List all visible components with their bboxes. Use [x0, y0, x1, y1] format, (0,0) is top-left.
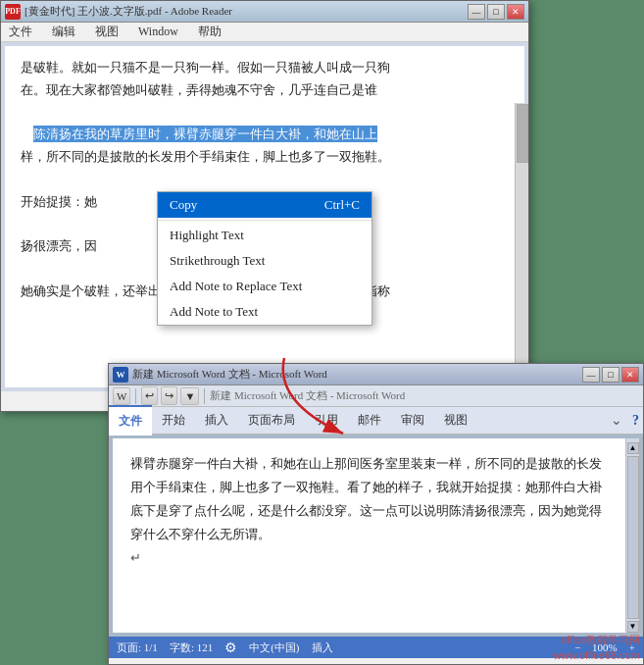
add-note-replace-label: Add Note to Replace Text — [170, 279, 302, 294]
word-scroll-down[interactable]: ▼ — [627, 621, 639, 633]
context-menu-copy[interactable]: Copy Ctrl+C — [158, 192, 372, 218]
pdf-line-5: 样，所不同的是披散的长发用个手绢束住，脚上也多了一双拖鞋。 — [21, 147, 509, 168]
pdf-line-6 — [21, 170, 509, 190]
pdf-line-1: 是破鞋。就如一只猫不是一只狗一样。假如一只猫被人叫成一只狗 — [21, 58, 509, 78]
word-redo-btn[interactable]: ↪ — [161, 386, 177, 405]
word-dropdown-btn[interactable]: ▼ — [180, 387, 199, 405]
pdf-icon: PDF — [5, 4, 21, 20]
ribbon-collapse-btn[interactable]: ⌄ — [605, 412, 628, 429]
copy-label: Copy — [170, 197, 197, 213]
word-minimize-btn[interactable]: — — [582, 367, 600, 383]
word-window-controls: — □ ✕ — [582, 367, 639, 383]
word-icon: W — [113, 367, 128, 383]
strikethrough-label: Strikethrough Text — [170, 253, 265, 269]
reader-close-btn[interactable]: ✕ — [507, 4, 524, 20]
toolbar-sep-2 — [204, 388, 205, 404]
status-page-label: 页面: 1/1 — [117, 640, 158, 655]
watermark-line1: office教程学习网 — [554, 633, 640, 647]
status-lang: 中文(中国) — [249, 640, 299, 655]
word-maximize-btn[interactable]: □ — [602, 367, 619, 383]
word-page[interactable]: 裸臂赤腿穿一件白大褂，和她在山上那间医务室里装束一样，所不同的是披散的长发用个手… — [113, 438, 625, 633]
status-words: 字数: 121 — [170, 640, 213, 655]
status-lang-label: 中文(中国) — [249, 640, 299, 655]
word-undo-btn[interactable]: ↩ — [141, 386, 158, 405]
reader-scrollbar[interactable] — [515, 103, 528, 391]
pdf-line-2: 在。现在大家都管她叫破鞋，弄得她魂不守舍，几乎连自己是谁 — [21, 80, 509, 101]
word-file-btn[interactable]: W — [113, 387, 130, 405]
word-content-area: 裸臂赤腿穿一件白大褂，和她在山上那间医务室里装束一样，所不同的是披散的长发用个手… — [109, 435, 643, 637]
status-mode: 插入 — [312, 640, 333, 655]
context-menu: Copy Ctrl+C Highlight Text Strikethrough… — [157, 191, 372, 326]
ribbon-tab-view[interactable]: 视图 — [434, 406, 477, 435]
menu-edit[interactable]: 编辑 — [48, 22, 79, 42]
highlight-label: Highlight Text — [170, 228, 244, 243]
context-menu-add-note-replace[interactable]: Add Note to Replace Text — [158, 274, 372, 299]
word-scroll-up[interactable]: ▲ — [627, 442, 639, 454]
add-note-label: Add Note to Text — [170, 304, 258, 320]
status-spellcheck-icon[interactable]: ⚙ — [224, 639, 237, 656]
reader-minimize-btn[interactable]: — — [468, 4, 485, 20]
word-close-btn[interactable]: ✕ — [621, 367, 639, 383]
reader-title: [黄金时代] 王小波.文字版.pdf - Adobe Reader — [25, 4, 468, 19]
word-help-btn[interactable]: ? — [628, 413, 643, 429]
context-menu-sep-1 — [158, 220, 372, 221]
word-content: 裸臂赤腿穿一件白大褂，和她在山上那间医务室里装束一样，所不同的是披散的长发用个手… — [130, 452, 608, 546]
word-scroll-track[interactable] — [627, 456, 639, 619]
ribbon-tab-start[interactable]: 开始 — [152, 406, 195, 435]
ribbon-tab-file[interactable]: 文件 — [109, 405, 152, 435]
ribbon-tab-review[interactable]: 审阅 — [391, 406, 434, 435]
reader-titlebar: PDF [黄金时代] 王小波.文字版.pdf - Adobe Reader — … — [1, 1, 528, 23]
status-words-label: 字数: 121 — [170, 640, 213, 655]
word-sidebar-scrollbar: ▲ ▼ — [625, 438, 639, 633]
ribbon-tab-insert[interactable]: 插入 — [195, 406, 238, 435]
menu-view[interactable]: 视图 — [91, 22, 123, 42]
reader-scrollbar-thumb[interactable] — [517, 104, 528, 163]
menu-help[interactable]: 帮助 — [194, 22, 225, 42]
word-cursor: ↵ — [130, 550, 141, 565]
highlighted-text: 陈清扬在我的草房里时，裸臂赤腿穿一件白大褂，和她在山上 — [33, 126, 377, 142]
context-menu-add-note[interactable]: Add Note to Text — [158, 299, 372, 325]
menu-window[interactable]: Window — [134, 23, 182, 41]
status-mode-label: 插入 — [312, 640, 333, 655]
status-page: 页面: 1/1 — [117, 640, 158, 655]
context-menu-strikethrough[interactable]: Strikethrough Text — [158, 248, 372, 274]
copy-shortcut: Ctrl+C — [324, 197, 360, 213]
pdf-line-3 — [21, 103, 509, 124]
pdf-line-4: 陈清扬在我的草房里时，裸臂赤腿穿一件白大褂，和她在山上 — [21, 125, 509, 145]
reader-menubar: 文件 编辑 视图 Window 帮助 — [1, 23, 528, 42]
copy-to-paste-arrow — [265, 353, 382, 441]
reader-maximize-btn[interactable]: □ — [487, 4, 505, 20]
toolbar-sep-1 — [135, 388, 136, 404]
context-menu-highlight[interactable]: Highlight Text — [158, 223, 372, 248]
reader-window-controls: — □ ✕ — [468, 4, 524, 20]
watermark: office教程学习网 www.office68.com — [554, 633, 640, 663]
menu-file[interactable]: 文件 — [5, 22, 36, 42]
watermark-line2: www.office68.com — [554, 648, 640, 663]
